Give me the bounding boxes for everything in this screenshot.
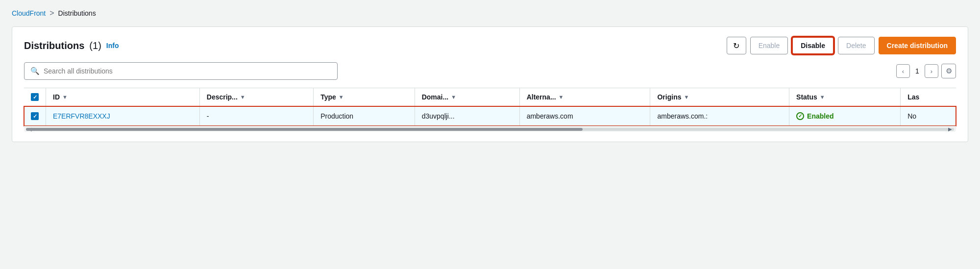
distributions-card: Distributions (1) Info ↻ Enable Disable … (12, 26, 968, 142)
breadcrumb-separator: > (49, 9, 54, 18)
card-header: Distributions (1) Info ↻ Enable Disable … (24, 37, 956, 54)
scrollbar-thumb (26, 128, 583, 131)
row-origins: amberaws.com.: (657, 112, 708, 120)
th-alternate-inner[interactable]: Alterna... ▼ (527, 93, 643, 101)
th-domain: Domai... ▼ (415, 88, 519, 106)
breadcrumb-cloudfront-link[interactable]: CloudFront (12, 9, 46, 17)
row-id-cell: E7ERFVR8EXXXJ (46, 106, 200, 126)
table-row[interactable]: E7ERFVR8EXXXJ - Production d3uvpqlji... … (24, 106, 956, 126)
th-id: ID ▼ (46, 88, 200, 106)
refresh-button[interactable]: ↻ (727, 37, 746, 54)
th-status: Status ▼ (789, 88, 901, 106)
settings-button[interactable]: ⚙ (941, 64, 956, 78)
row-alternate-cell: amberaws.com (519, 106, 650, 126)
gear-icon: ⚙ (946, 67, 952, 75)
horizontal-scrollbar[interactable]: ◀ ▶ (24, 126, 956, 132)
th-id-label: ID (53, 93, 60, 101)
sort-origins-icon: ▼ (684, 94, 689, 100)
sort-type-icon: ▼ (339, 94, 344, 100)
enable-button[interactable]: Enable (750, 37, 788, 54)
card-title: Distributions (24, 40, 84, 51)
select-all-checkbox[interactable] (31, 93, 39, 101)
row-description: - (207, 112, 209, 120)
breadcrumb-current: Distributions (58, 9, 96, 17)
scrollbar-track (26, 128, 954, 131)
th-description-inner[interactable]: Descrip... ▼ (207, 93, 306, 101)
distributions-table: ID ▼ Descrip... ▼ Type ▼ (24, 88, 956, 126)
search-icon: 🔍 (30, 67, 40, 75)
th-type: Type ▼ (314, 88, 415, 106)
status-label: Enabled (807, 112, 833, 120)
chevron-right-icon: › (931, 68, 932, 75)
row-last: No (907, 112, 916, 120)
row-description-cell: - (199, 106, 313, 126)
row-checkbox[interactable] (31, 112, 39, 120)
row-domain: d3uvpqlji... (422, 112, 455, 120)
th-last-label: Las (907, 93, 919, 101)
th-last: Las (901, 88, 956, 106)
chevron-left-icon: ‹ (902, 68, 904, 75)
sort-domain-icon: ▼ (451, 94, 456, 100)
table-header-row: ID ▼ Descrip... ▼ Type ▼ (24, 88, 956, 106)
row-type-cell: Production (314, 106, 415, 126)
delete-button[interactable]: Delete (838, 37, 874, 54)
th-status-inner[interactable]: Status ▼ (796, 93, 893, 101)
th-type-inner[interactable]: Type ▼ (320, 93, 408, 101)
sort-status-icon: ▼ (820, 94, 825, 100)
search-row: 🔍 ‹ 1 › ⚙ (24, 62, 956, 80)
scroll-right-icon[interactable]: ▶ (948, 126, 952, 132)
th-origins-label: Origins (657, 93, 681, 101)
row-last-cell: No (901, 106, 956, 126)
distribution-count: (1) (89, 40, 101, 51)
sort-alternate-icon: ▼ (559, 94, 564, 100)
th-alternate-label: Alterna... (527, 93, 556, 101)
th-last-inner[interactable]: Las (907, 93, 949, 101)
th-type-label: Type (320, 93, 336, 101)
row-type: Production (320, 112, 353, 120)
th-description-label: Descrip... (207, 93, 238, 101)
info-link[interactable]: Info (106, 42, 119, 49)
sort-id-icon: ▼ (62, 94, 68, 100)
row-checkbox-cell (24, 106, 46, 126)
th-description: Descrip... ▼ (199, 88, 313, 106)
th-status-label: Status (796, 93, 817, 101)
th-origins-inner[interactable]: Origins ▼ (657, 93, 782, 101)
prev-page-button[interactable]: ‹ (896, 64, 910, 78)
th-alternate: Alterna... ▼ (519, 88, 650, 106)
page-wrapper: CloudFront > Distributions Distributions… (0, 0, 980, 269)
page-number: 1 (913, 67, 922, 75)
th-id-inner[interactable]: ID ▼ (53, 93, 193, 101)
next-page-button[interactable]: › (925, 64, 938, 78)
search-input[interactable] (44, 67, 331, 75)
disable-button[interactable]: Disable (792, 37, 834, 54)
row-domain-cell: d3uvpqlji... (415, 106, 519, 126)
row-alternate: amberaws.com (527, 112, 573, 120)
action-buttons: ↻ Enable Disable Delete Create distribut… (727, 37, 956, 54)
row-status-cell: Enabled (789, 106, 901, 126)
distribution-id-link[interactable]: E7ERFVR8EXXXJ (53, 112, 110, 120)
refresh-icon: ↻ (733, 41, 739, 50)
th-origins: Origins ▼ (650, 88, 789, 106)
status-enabled-icon (796, 112, 804, 120)
th-checkbox (24, 88, 46, 106)
th-domain-inner[interactable]: Domai... ▼ (422, 93, 513, 101)
pagination-area: ‹ 1 › ⚙ (896, 64, 956, 78)
row-origins-cell: amberaws.com.: (650, 106, 789, 126)
search-box: 🔍 (24, 62, 338, 80)
th-domain-label: Domai... (422, 93, 448, 101)
status-badge: Enabled (796, 112, 893, 120)
card-title-section: Distributions (1) Info (24, 40, 119, 51)
create-distribution-button[interactable]: Create distribution (879, 37, 956, 54)
breadcrumb: CloudFront > Distributions (12, 9, 968, 18)
sort-description-icon: ▼ (240, 94, 245, 100)
